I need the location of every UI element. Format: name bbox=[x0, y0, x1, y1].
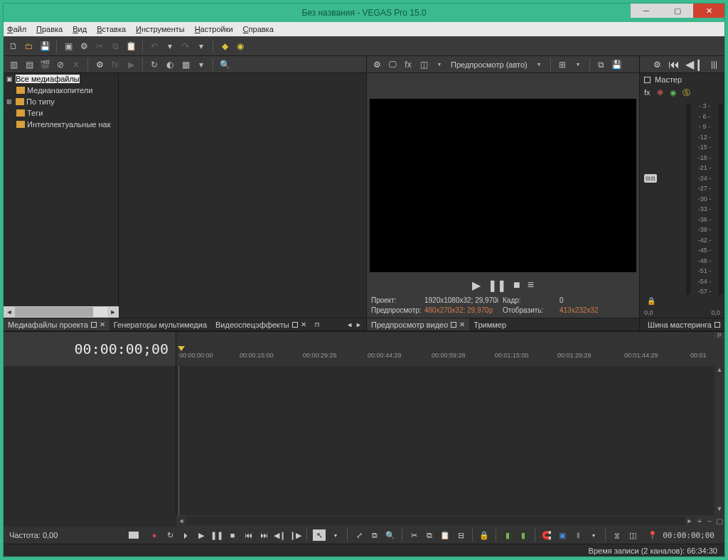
scroll-track[interactable] bbox=[15, 307, 107, 317]
go-end-icon[interactable]: ⏭ bbox=[258, 529, 269, 541]
ex-props-icon[interactable]: ⚙ bbox=[94, 59, 105, 70]
scroll-down-icon[interactable]: ▼ bbox=[714, 505, 724, 515]
menu-settings[interactable]: Настройки bbox=[195, 25, 233, 33]
record-icon[interactable]: ● bbox=[149, 529, 160, 541]
loop-icon[interactable]: ↻ bbox=[164, 529, 176, 541]
ripple-icon[interactable]: ⫴ bbox=[572, 529, 584, 541]
media-icon[interactable]: ▥ bbox=[8, 59, 19, 70]
close-tab-icon[interactable]: ✕ bbox=[459, 321, 465, 328]
prev-copy-icon[interactable]: ⧉ bbox=[596, 59, 607, 70]
dock-icon[interactable] bbox=[451, 322, 456, 328]
tab-nav[interactable]: ◄► bbox=[342, 318, 366, 330]
tree-item-smart[interactable]: Интеллектуальные нак bbox=[4, 119, 118, 130]
prev-grid-dd-icon[interactable]: ▾ bbox=[572, 59, 584, 70]
timeline-hscroll[interactable]: ◄ ► + − ▢ bbox=[176, 515, 724, 527]
tool-dd-icon[interactable]: ▾ bbox=[330, 529, 341, 541]
tab-more[interactable]: П bbox=[311, 318, 323, 330]
copy2-icon[interactable]: ⧉ bbox=[424, 529, 435, 541]
zoom-out-icon[interactable]: − bbox=[705, 517, 714, 525]
menu-tools[interactable]: Инструменты bbox=[136, 25, 185, 33]
maximize-button[interactable]: ▢ bbox=[662, 4, 693, 18]
tree-item-tags[interactable]: Теги bbox=[4, 107, 118, 119]
close-tab-icon[interactable]: ✕ bbox=[100, 321, 105, 328]
menu-file[interactable]: Файл bbox=[7, 25, 26, 33]
prev-save-icon[interactable]: 💾 bbox=[611, 59, 623, 70]
prev-grid-icon[interactable]: ⊞ bbox=[557, 59, 568, 70]
hscroll-track[interactable] bbox=[186, 517, 685, 525]
pause-icon[interactable]: ❚❚ bbox=[211, 529, 223, 541]
ex-fx-icon[interactable]: fx bbox=[109, 59, 121, 70]
play-start-icon[interactable]: ⏵ bbox=[180, 529, 191, 541]
mix-props-icon[interactable]: ⚙ bbox=[651, 59, 663, 70]
tab-project-media[interactable]: Медиафайлы проекта✕ bbox=[4, 318, 109, 330]
prev-split-dd-icon[interactable]: ▾ bbox=[434, 59, 445, 70]
expand-icon[interactable]: ⊞ bbox=[6, 98, 14, 105]
timeline-vscroll[interactable]: ▲ ▼ bbox=[714, 366, 724, 515]
master-tab[interactable]: Шина мастеринга bbox=[640, 318, 724, 330]
cut2-icon[interactable]: ✂ bbox=[408, 529, 419, 541]
fx-icon[interactable]: fx bbox=[644, 88, 653, 97]
tc-end[interactable]: 00:00:00;00 bbox=[663, 531, 720, 540]
menu-edit[interactable]: Правка bbox=[36, 25, 63, 33]
render-icon[interactable]: ▣ bbox=[63, 41, 74, 52]
remove-icon[interactable]: ⊘ bbox=[55, 59, 66, 70]
scroll-right-icon[interactable]: ► bbox=[685, 517, 695, 524]
prev-quality-dd-icon[interactable]: ▾ bbox=[533, 59, 545, 70]
redo-icon[interactable]: ↷ bbox=[180, 41, 191, 52]
play-icon[interactable]: ▶ bbox=[472, 279, 481, 292]
pause-icon[interactable]: ❚❚ bbox=[488, 279, 506, 292]
play-icon[interactable]: ▶ bbox=[196, 529, 207, 541]
paste-icon[interactable]: 📋 bbox=[125, 41, 136, 52]
preview-quality-label[interactable]: Предпросмотр (авто) bbox=[451, 60, 528, 69]
tab-videofx[interactable]: Видеоспецэффекты✕ bbox=[211, 318, 311, 330]
dock-icon[interactable] bbox=[292, 322, 298, 328]
ripple-dd-icon[interactable]: ▾ bbox=[588, 529, 599, 541]
close-button[interactable]: ✕ bbox=[693, 4, 724, 18]
save-icon[interactable]: 💾 bbox=[39, 41, 50, 52]
mix-prev-icon[interactable]: ⏮ bbox=[668, 58, 680, 71]
ex-play-icon[interactable]: ▶ bbox=[125, 59, 136, 70]
search-icon[interactable]: 🔍 bbox=[219, 59, 230, 70]
timecode-display[interactable]: 00:00:00;00 bbox=[4, 332, 176, 366]
sel-tool-icon[interactable]: ⤢ bbox=[353, 529, 365, 541]
copy-icon[interactable]: ⧉ bbox=[109, 41, 121, 52]
menu-insert[interactable]: Вставка bbox=[97, 25, 126, 33]
tree-item-type[interactable]: ⊞По типу bbox=[4, 96, 118, 107]
lock2-icon[interactable]: 🔒 bbox=[478, 529, 490, 541]
prev-fx-icon[interactable]: fx bbox=[402, 59, 414, 70]
fx-red-icon[interactable]: ❋ bbox=[657, 88, 665, 97]
tab-trimmer[interactable]: Триммер bbox=[469, 318, 510, 330]
xfade-icon[interactable]: ⧖ bbox=[611, 529, 623, 541]
tree-root[interactable]: ▣ Все медиафайлы bbox=[4, 73, 118, 85]
scroll-left-icon[interactable]: ◄ bbox=[4, 308, 15, 316]
fx-green-icon[interactable]: ◉ bbox=[670, 88, 678, 97]
scroll-thumb[interactable] bbox=[15, 307, 93, 317]
normal-tool-icon[interactable]: ↖ bbox=[313, 529, 326, 541]
get-media-icon[interactable]: 🎬 bbox=[39, 59, 50, 70]
tab-preview-video[interactable]: Предпросмотр видео✕ bbox=[367, 318, 469, 330]
minimize-button[interactable]: ─ bbox=[631, 4, 662, 18]
del-icon[interactable]: ⊟ bbox=[455, 529, 466, 541]
fx-yellow-icon[interactable]: Ⓢ bbox=[682, 87, 691, 98]
close-tab-icon[interactable]: ✕ bbox=[301, 321, 306, 328]
marker-icon[interactable]: 📍 bbox=[647, 529, 658, 541]
rate-slider[interactable] bbox=[129, 532, 139, 539]
prev-frame-icon[interactable]: ◀❙ bbox=[274, 529, 285, 541]
menu-help[interactable]: Справка bbox=[243, 25, 274, 33]
snap-icon[interactable]: ▮ bbox=[502, 529, 513, 541]
undo-dd-icon[interactable]: ▾ bbox=[164, 41, 176, 52]
mix-dim-icon[interactable]: ◀❙ bbox=[685, 58, 703, 71]
tool1-icon[interactable]: ◆ bbox=[219, 41, 230, 52]
zoom-fit-icon[interactable]: ▢ bbox=[714, 517, 724, 526]
prev-props-icon[interactable]: ⚙ bbox=[371, 59, 382, 70]
stop-icon[interactable]: ■ bbox=[227, 529, 238, 541]
zoom-in-icon[interactable]: + bbox=[695, 517, 705, 525]
tab-generators[interactable]: Генераторы мультимедиа bbox=[109, 318, 211, 330]
scroll-up-icon[interactable]: ▲ bbox=[714, 366, 724, 376]
tree-hscroll[interactable]: ◄ ► bbox=[4, 306, 119, 318]
vscroll-track[interactable] bbox=[714, 376, 724, 505]
snap2-icon[interactable]: ▮ bbox=[518, 529, 529, 541]
capture-icon[interactable]: ▤ bbox=[23, 59, 35, 70]
views-dd-icon[interactable]: ▾ bbox=[196, 59, 207, 70]
zoom-tool-icon[interactable]: 🔍 bbox=[385, 529, 396, 541]
